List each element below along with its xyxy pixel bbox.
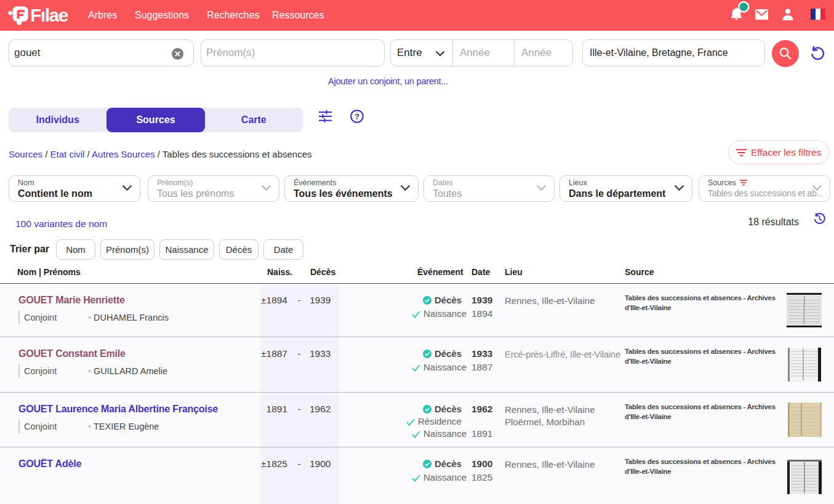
svg-text:?: ? xyxy=(355,112,359,121)
